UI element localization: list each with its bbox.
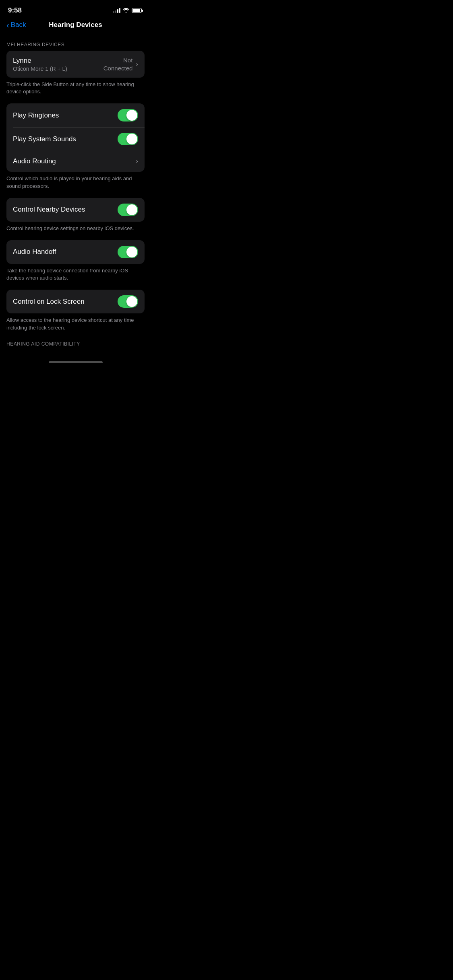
lock-screen-toggle[interactable] xyxy=(118,295,138,308)
toggle-knob xyxy=(126,110,137,121)
audio-handoff-card: Audio Handoff xyxy=(6,240,145,264)
hearing-aid-section-label: HEARING AID COMPATIBILITY xyxy=(0,340,151,350)
audio-settings-card: Play Ringtones Play System Sounds Audio … xyxy=(6,103,145,172)
home-indicator xyxy=(0,358,151,370)
lock-screen-label: Control on Lock Screen xyxy=(13,298,85,306)
status-bar: 9:58 xyxy=(0,0,151,18)
audio-handoff-toggle[interactable] xyxy=(118,246,138,258)
control-nearby-card: Control Nearby Devices xyxy=(6,198,145,222)
device-status-row: NotConnected › xyxy=(103,56,138,72)
audio-routing-footer: Control which audio is played in your he… xyxy=(0,172,151,198)
device-card[interactable]: Lynne Oticon More 1 (R + L) NotConnected… xyxy=(6,51,145,78)
audio-routing-right: › xyxy=(136,157,138,165)
battery-icon xyxy=(132,8,143,13)
device-footer: Triple-click the Side Button at any time… xyxy=(0,78,151,103)
control-nearby-row[interactable]: Control Nearby Devices xyxy=(6,198,145,222)
back-chevron-icon: ‹ xyxy=(6,21,9,29)
play-ringtones-row[interactable]: Play Ringtones xyxy=(6,103,145,127)
audio-handoff-row[interactable]: Audio Handoff xyxy=(6,240,145,264)
audio-handoff-footer: Take the hearing device connection from … xyxy=(0,264,151,290)
device-name: Lynne xyxy=(13,57,67,65)
audio-routing-chevron-icon: › xyxy=(136,157,138,165)
status-icons xyxy=(113,8,143,13)
wifi-icon xyxy=(123,8,129,13)
page-title: Hearing Devices xyxy=(49,21,102,29)
toggle-knob xyxy=(126,204,137,215)
home-bar xyxy=(49,361,103,363)
audio-routing-label: Audio Routing xyxy=(13,157,56,165)
control-nearby-footer: Control hearing device settings on nearb… xyxy=(0,222,151,240)
control-nearby-label: Control Nearby Devices xyxy=(13,206,85,214)
back-button[interactable]: ‹ Back xyxy=(6,21,26,29)
toggle-knob xyxy=(126,247,137,257)
device-model: Oticon More 1 (R + L) xyxy=(13,66,67,72)
lock-screen-footer: Allow access to the hearing device short… xyxy=(0,313,151,339)
play-sounds-label: Play System Sounds xyxy=(13,135,76,143)
control-nearby-toggle[interactable] xyxy=(118,204,138,216)
play-ringtones-label: Play Ringtones xyxy=(13,111,59,119)
toggle-knob xyxy=(126,296,137,307)
device-info: Lynne Oticon More 1 (R + L) xyxy=(13,57,67,72)
nav-bar: ‹ Back Hearing Devices xyxy=(0,18,151,34)
play-sounds-row[interactable]: Play System Sounds xyxy=(6,127,145,151)
content: MFI HEARING DEVICES Lynne Oticon More 1 … xyxy=(0,34,151,358)
play-sounds-toggle[interactable] xyxy=(118,133,138,145)
device-row[interactable]: Lynne Oticon More 1 (R + L) NotConnected… xyxy=(6,51,145,78)
play-ringtones-toggle[interactable] xyxy=(118,109,138,121)
mfi-section-label: MFI HEARING DEVICES xyxy=(0,42,151,51)
device-chevron-icon: › xyxy=(136,60,138,68)
device-status: NotConnected xyxy=(103,56,133,72)
lock-screen-row[interactable]: Control on Lock Screen xyxy=(6,290,145,313)
back-label: Back xyxy=(11,21,26,29)
lock-screen-card: Control on Lock Screen xyxy=(6,290,145,313)
status-time: 9:58 xyxy=(8,6,22,14)
audio-handoff-label: Audio Handoff xyxy=(13,248,56,256)
signal-bars-icon xyxy=(113,8,120,13)
audio-routing-row[interactable]: Audio Routing › xyxy=(6,151,145,172)
toggle-knob xyxy=(126,134,137,144)
